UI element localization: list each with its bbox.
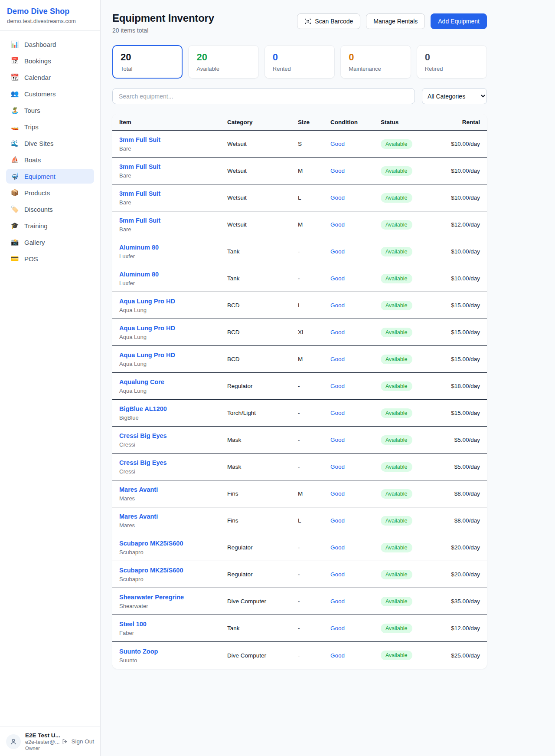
- item-link[interactable]: Shearwater Peregrine: [119, 594, 184, 601]
- condition-link[interactable]: Good: [330, 275, 381, 282]
- item-link[interactable]: Steel 100: [119, 621, 147, 628]
- table-row: 3mm Full Suit Bare Wetsuit L Good Availa…: [112, 184, 487, 211]
- dive-sites-icon: 🌊: [10, 139, 19, 147]
- scan-barcode-button[interactable]: Scan Barcode: [297, 13, 360, 29]
- sidebar-item-gallery[interactable]: 📸Gallery: [6, 235, 94, 250]
- item-link[interactable]: Mares Avanti: [119, 486, 158, 493]
- condition-link[interactable]: Good: [330, 463, 381, 470]
- sidebar-item-boats[interactable]: ⛵Boats: [6, 152, 94, 167]
- item-link[interactable]: Aqualung Core: [119, 378, 164, 385]
- sidebar-item-dive-sites[interactable]: 🌊Dive Sites: [6, 136, 94, 151]
- item-link[interactable]: Suunto Zoop: [119, 648, 158, 655]
- item-link[interactable]: 3mm Full Suit: [119, 190, 160, 197]
- sidebar-item-trips[interactable]: 🚤Trips: [6, 119, 94, 134]
- condition-link[interactable]: Good: [330, 302, 381, 309]
- category-cell: Wetsuit: [227, 168, 298, 174]
- condition-link[interactable]: Good: [330, 383, 381, 389]
- condition-link[interactable]: Good: [330, 517, 381, 524]
- sidebar-item-bookings[interactable]: 📅Bookings: [6, 53, 94, 68]
- condition-link[interactable]: Good: [330, 194, 381, 201]
- condition-link[interactable]: Good: [330, 221, 381, 228]
- item-link[interactable]: 3mm Full Suit: [119, 163, 160, 170]
- item-link[interactable]: Aluminum 80: [119, 271, 159, 278]
- size-cell: -: [298, 598, 330, 605]
- sidebar-item-label: Equipment: [24, 173, 56, 180]
- category-select[interactable]: All Categories: [422, 88, 487, 104]
- sidebar-item-products[interactable]: 📦Products: [6, 185, 94, 200]
- stat-card-available[interactable]: 20Available: [188, 45, 258, 79]
- condition-link[interactable]: Good: [330, 141, 381, 147]
- status-badge: Available: [381, 328, 412, 337]
- condition-link[interactable]: Good: [330, 168, 381, 174]
- condition-link[interactable]: Good: [330, 571, 381, 578]
- item-link[interactable]: Cressi Big Eyes: [119, 459, 167, 466]
- condition-link[interactable]: Good: [330, 544, 381, 551]
- rental-cell: $18.00/day: [446, 383, 480, 389]
- status-badge: Available: [381, 193, 412, 203]
- pos-icon: 💳: [10, 255, 19, 263]
- sidebar-item-equipment[interactable]: 🤿Equipment: [6, 169, 94, 184]
- page-subtitle: 20 items total: [112, 27, 214, 34]
- column-header-rental: Rental: [446, 119, 480, 125]
- item-link[interactable]: Aqua Lung Pro HD: [119, 352, 175, 358]
- sidebar-item-tours[interactable]: 🏝️Tours: [6, 103, 94, 118]
- item-link[interactable]: BigBlue AL1200: [119, 405, 167, 412]
- sidebar-item-discounts[interactable]: 🏷️Discounts: [6, 202, 94, 217]
- table-row: Scubapro MK25/S600 Scubapro Regulator - …: [112, 561, 487, 588]
- item-link[interactable]: Mares Avanti: [119, 513, 158, 520]
- sidebar-item-dashboard[interactable]: 📊Dashboard: [6, 37, 94, 52]
- sidebar-item-label: Trips: [24, 123, 39, 131]
- category-cell: BCD: [227, 302, 298, 309]
- item-brand: Bare: [119, 226, 227, 233]
- condition-link[interactable]: Good: [330, 652, 381, 659]
- stat-card-rented[interactable]: 0Rented: [264, 45, 335, 79]
- sidebar-item-training[interactable]: 🎓Training: [6, 218, 94, 233]
- size-cell: -: [298, 383, 330, 389]
- condition-link[interactable]: Good: [330, 356, 381, 362]
- table-row: Aqua Lung Pro HD Aqua Lung BCD L Good Av…: [112, 292, 487, 319]
- item-link[interactable]: 5mm Full Suit: [119, 217, 160, 224]
- user-meta: E2E Test U... e2e-tester@... Owner: [25, 732, 57, 751]
- condition-link[interactable]: Good: [330, 490, 381, 497]
- sign-out-button[interactable]: Sign Out: [62, 738, 94, 745]
- manage-rentals-button[interactable]: Manage Rentals: [366, 13, 425, 29]
- status-badge: Available: [381, 489, 412, 499]
- sidebar-item-customers[interactable]: 👥Customers: [6, 86, 94, 101]
- column-header-category: Category: [227, 119, 298, 125]
- stat-card-total[interactable]: 20Total: [112, 45, 183, 79]
- category-cell: Wetsuit: [227, 194, 298, 201]
- item-link[interactable]: Scubapro MK25/S600: [119, 567, 183, 574]
- status-cell: Available: [381, 489, 446, 499]
- condition-link[interactable]: Good: [330, 598, 381, 605]
- rental-cell: $20.00/day: [446, 571, 480, 578]
- condition-link[interactable]: Good: [330, 410, 381, 416]
- stat-card-maintenance[interactable]: 0Maintenance: [340, 45, 411, 79]
- table-header-row: Item Category Size Condition Status Rent…: [112, 114, 487, 131]
- rental-cell: $12.00/day: [446, 625, 480, 631]
- sidebar-item-label: Training: [24, 222, 48, 230]
- item-link[interactable]: Aqua Lung Pro HD: [119, 298, 175, 305]
- search-input[interactable]: [112, 88, 415, 104]
- column-header-item: Item: [119, 119, 227, 125]
- condition-link[interactable]: Good: [330, 437, 381, 443]
- item-link[interactable]: 3mm Full Suit: [119, 136, 160, 143]
- condition-link[interactable]: Good: [330, 248, 381, 255]
- status-badge: Available: [381, 274, 412, 283]
- sidebar-item-pos[interactable]: 💳POS: [6, 251, 94, 266]
- condition-link[interactable]: Good: [330, 329, 381, 335]
- item-cell: 3mm Full Suit Bare: [119, 163, 227, 179]
- stat-card-retired[interactable]: 0Retired: [417, 45, 487, 79]
- sidebar-item-label: POS: [24, 255, 38, 263]
- condition-link[interactable]: Good: [330, 625, 381, 631]
- item-link[interactable]: Scubapro MK25/S600: [119, 540, 183, 547]
- item-link[interactable]: Aluminum 80: [119, 244, 159, 251]
- item-link[interactable]: Aqua Lung Pro HD: [119, 325, 175, 332]
- add-equipment-button[interactable]: Add Equipment: [431, 13, 487, 29]
- title-block: Equipment Inventory 20 items total: [112, 12, 214, 34]
- item-link[interactable]: Cressi Big Eyes: [119, 432, 167, 439]
- stat-label: Maintenance: [349, 66, 402, 72]
- sign-out-label: Sign Out: [71, 738, 94, 745]
- category-cell: Torch/Light: [227, 410, 298, 416]
- sidebar-item-calendar[interactable]: 📆Calendar: [6, 70, 94, 85]
- status-badge: Available: [381, 543, 412, 552]
